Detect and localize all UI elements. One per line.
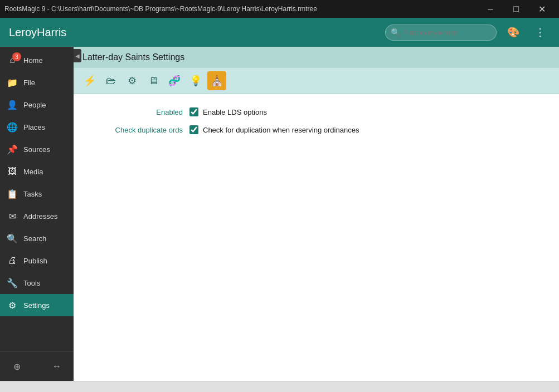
sidebar-items: ⌂Home3📁File👤People🌐Places📌Sources🖼Media📋… (0, 49, 74, 316)
settings-row-check_duplicate_ords: Check duplicate ordsCheck for duplicatio… (74, 121, 559, 139)
content-area: Latter-day Saints Settings ⚡🗁⚙🖥🧬💡⛪ Enabl… (74, 47, 559, 381)
sidebar-item-settings[interactable]: ⚙Settings (0, 294, 74, 316)
title-bar-controls: – □ ✕ (478, 0, 555, 18)
home-badge: 3 (12, 52, 21, 61)
sidebar-item-label-people: People (23, 101, 46, 109)
toolbar-lds-button[interactable]: ⛪ (207, 71, 226, 90)
page-title: Latter-day Saints Settings (74, 47, 559, 68)
sidebar-item-publish[interactable]: 🖨Publish (0, 249, 74, 272)
sidebar-item-label-places: Places (23, 123, 45, 131)
sidebar-item-label-sources: Sources (23, 145, 50, 154)
sidebar-add-button[interactable]: ⊕ (7, 356, 27, 376)
sidebar-item-label-file: File (23, 79, 35, 87)
tools-icon: 🔧 (7, 277, 18, 288)
search-input[interactable] (385, 24, 497, 41)
main-layout: ◀ ⌂Home3📁File👤People🌐Places📌Sources🖼Medi… (0, 47, 559, 381)
addresses-icon: ✉ (7, 210, 18, 222)
toolbar-dna-button[interactable]: 🧬 (165, 71, 184, 90)
toolbar-monitor-button[interactable]: 🖥 (144, 71, 163, 90)
sidebar: ◀ ⌂Home3📁File👤People🌐Places📌Sources🖼Medi… (0, 47, 74, 381)
settings-icon: ⚙ (7, 300, 18, 311)
settings-checkbox-label-enabled: Enable LDS options (203, 108, 267, 116)
sidebar-item-sources[interactable]: 📌Sources (0, 138, 74, 160)
toolbar-gear-button[interactable]: ⚙ (123, 71, 142, 90)
sidebar-item-label-settings: Settings (23, 301, 50, 310)
toolbar-sliders-button[interactable]: ⚡ (80, 71, 99, 90)
sidebar-item-label-addresses: Addresses (23, 212, 57, 220)
sidebar-item-label-search: Search (23, 234, 46, 243)
settings-checkbox-label-check_duplicate_ords: Check for duplication when reserving ord… (203, 126, 359, 134)
people-icon: 👤 (7, 99, 18, 110)
sidebar-item-label-tasks: Tasks (23, 190, 42, 198)
maximize-button[interactable]: □ (503, 0, 529, 18)
sources-icon: 📌 (7, 144, 18, 155)
bottom-bar (0, 381, 559, 392)
sidebar-item-home[interactable]: ⌂Home3 (0, 49, 74, 71)
sidebar-item-label-home: Home (23, 56, 43, 65)
sidebar-item-media[interactable]: 🖼Media (0, 160, 74, 183)
minimize-button[interactable]: – (478, 0, 503, 18)
sidebar-item-label-media: Media (23, 168, 43, 176)
sidebar-item-places[interactable]: 🌐Places (0, 116, 74, 138)
sidebar-item-label-tools: Tools (23, 279, 40, 287)
sidebar-bottom: ⊕ ↔ (0, 351, 74, 381)
menu-button[interactable]: ⋮ (530, 22, 550, 42)
sidebar-item-label-publish: Publish (23, 257, 47, 265)
toolbar-bulb-button[interactable]: 💡 (186, 71, 205, 90)
settings-content: EnabledEnable LDS optionsCheck duplicate… (74, 94, 559, 381)
file-icon: 📁 (7, 77, 18, 88)
settings-label-check_duplicate_ords: Check duplicate ords (82, 126, 183, 134)
settings-checkbox-check_duplicate_ords[interactable] (189, 125, 198, 134)
search-wrapper: 🔍 (385, 24, 497, 41)
header-bar: LeroyHarris 🔍 🎨 ⋮ (0, 18, 559, 47)
sidebar-item-file[interactable]: 📁File (0, 71, 74, 94)
sidebar-item-addresses[interactable]: ✉Addresses (0, 205, 74, 227)
sidebar-wrapper: ◀ ⌂Home3📁File👤People🌐Places📌Sources🖼Medi… (0, 47, 74, 381)
app-title: LeroyHarris (9, 26, 378, 39)
title-bar-text: RootsMagic 9 - C:\Users\harri\Documents\… (4, 5, 478, 13)
palette-button[interactable]: 🎨 (503, 22, 523, 42)
places-icon: 🌐 (7, 121, 18, 133)
sidebar-item-people[interactable]: 👤People (0, 94, 74, 116)
publish-icon: 🖨 (7, 255, 18, 266)
settings-toolbar: ⚡🗁⚙🖥🧬💡⛪ (74, 68, 559, 94)
media-icon: 🖼 (7, 166, 18, 177)
sidebar-item-tools[interactable]: 🔧Tools (0, 272, 74, 294)
settings-control-enabled: Enable LDS options (189, 107, 267, 116)
sidebar-collapse-button[interactable]: ◀ (74, 49, 81, 62)
close-button[interactable]: ✕ (529, 0, 555, 18)
search-icon: 🔍 (7, 233, 18, 244)
tasks-icon: 📋 (7, 188, 18, 199)
settings-row-enabled: EnabledEnable LDS options (74, 103, 559, 121)
settings-checkbox-enabled[interactable] (189, 107, 198, 116)
toolbar-folder-button[interactable]: 🗁 (101, 71, 120, 90)
sidebar-item-tasks[interactable]: 📋Tasks (0, 183, 74, 205)
settings-control-check_duplicate_ords: Check for duplication when reserving ord… (189, 125, 359, 134)
sidebar-item-search[interactable]: 🔍Search (0, 227, 74, 249)
sidebar-sync-button[interactable]: ↔ (47, 356, 67, 376)
title-bar: RootsMagic 9 - C:\Users\harri\Documents\… (0, 0, 559, 18)
settings-label-enabled: Enabled (82, 108, 183, 116)
